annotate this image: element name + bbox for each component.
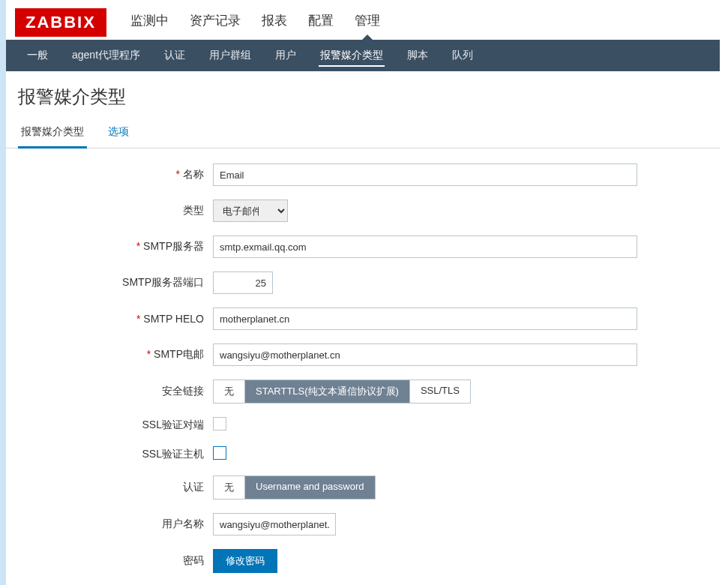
tab-media-type[interactable]: 报警媒介类型 [18,118,87,148]
tabs: 报警媒介类型 选项 [6,118,720,148]
topnav-monitoring[interactable]: 监测中 [120,4,179,40]
type-select[interactable]: 电子邮件 [213,200,288,222]
auth-none[interactable]: 无 [214,476,245,499]
smtp-helo-input[interactable] [213,308,637,330]
subnav-users[interactable]: 用户 [263,40,308,71]
topnav-inventory[interactable]: 资产记录 [179,4,251,40]
zabbix-logo[interactable]: ZABBIX [15,8,106,37]
smtp-email-label: *SMTP电邮 [18,348,213,362]
page-title: 报警媒介类型 [6,71,720,118]
subnav-queue[interactable]: 队列 [440,40,485,71]
smtp-server-label: *SMTP服务器 [18,240,213,254]
subnav-scripts[interactable]: 脚本 [395,40,440,71]
subnav-media-types[interactable]: 报警媒介类型 [308,40,395,71]
auth-segment: 无 Username and password [213,476,376,500]
change-password-button[interactable]: 修改密码 [213,549,277,573]
type-label: 类型 [18,204,213,218]
subnav-user-groups[interactable]: 用户群组 [197,40,263,71]
header: ZABBIX 监测中 资产记录 报表 配置 管理 [6,0,720,40]
topnav-reports[interactable]: 报表 [251,4,298,40]
auth-userpass[interactable]: Username and password [245,476,375,499]
smtp-email-input[interactable] [213,344,637,366]
sub-nav: 一般 agent代理程序 认证 用户群组 用户 报警媒介类型 脚本 队列 [6,40,720,71]
topnav-administration[interactable]: 管理 [344,4,391,40]
security-ssltls[interactable]: SSL/TLS [410,380,470,403]
ssl-peer-checkbox[interactable] [213,417,226,430]
security-segment: 无 STARTTLS(纯文本通信协议扩展) SSL/TLS [213,380,471,404]
ssl-peer-label: SSL验证对端 [18,418,213,432]
topnav-configuration[interactable]: 配置 [298,4,344,40]
ssl-host-checkbox[interactable] [213,446,226,460]
ssl-host-label: SSL验证主机 [18,448,213,461]
username-input[interactable] [213,513,336,536]
security-starttls[interactable]: STARTTLS(纯文本通信协议扩展) [245,380,410,403]
security-label: 安全链接 [18,385,213,398]
name-input[interactable] [213,164,637,186]
smtp-port-input[interactable] [213,272,273,294]
smtp-server-input[interactable] [213,236,637,258]
top-nav: 监测中 资产记录 报表 配置 管理 [120,4,391,40]
tab-options[interactable]: 选项 [105,118,132,148]
smtp-helo-label: *SMTP HELO [18,313,213,325]
username-label: 用户名称 [18,518,213,531]
subnav-proxies[interactable]: agent代理程序 [60,40,152,71]
subnav-authentication[interactable]: 认证 [152,40,197,71]
subnav-general[interactable]: 一般 [15,40,60,71]
password-label: 密码 [18,554,213,568]
name-label: *名称 [18,168,213,182]
media-type-form: *名称 类型 电子邮件 *SMTP服务器 SMTP服务器端口 *SMTP HEL… [6,148,720,585]
smtp-port-label: SMTP服务器端口 [18,276,213,290]
security-none[interactable]: 无 [214,380,245,403]
auth-label: 认证 [18,481,213,494]
